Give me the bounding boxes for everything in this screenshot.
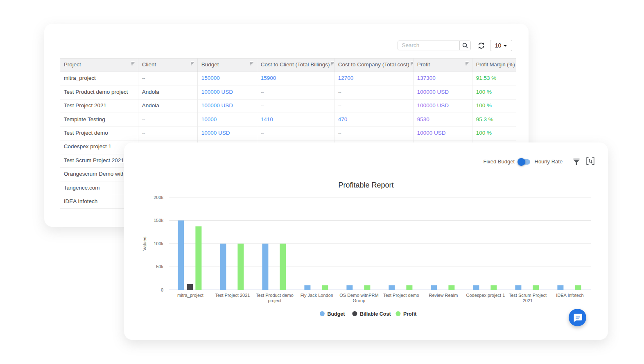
svg-text:Profitable Report: Profitable Report (338, 181, 393, 189)
svg-text:Test Product demo: Test Product demo (256, 293, 294, 298)
svg-text:150k: 150k (154, 218, 163, 223)
svg-text:project: project (268, 298, 281, 303)
svg-text:Test Project demo: Test Project demo (383, 293, 419, 298)
svg-text:mitra_project: mitra_project (177, 293, 203, 298)
svg-text:Test Project 2021: Test Project 2021 (215, 293, 250, 298)
svg-text:IDEA Infotech: IDEA Infotech (556, 293, 583, 298)
svg-text:Budget: Budget (327, 311, 345, 317)
svg-text:0: 0 (160, 287, 163, 292)
svg-text:100k: 100k (154, 241, 163, 246)
svg-text:Group: Group (353, 298, 365, 303)
svg-text:Codespex project 1: Codespex project 1 (466, 293, 505, 298)
svg-text:200k: 200k (154, 195, 163, 200)
svg-text:Fly Jack London: Fly Jack London (300, 293, 333, 298)
svg-text:Review Realm: Review Realm (429, 293, 458, 298)
svg-text:Profit: Profit (403, 311, 416, 317)
svg-text:OS Demo witnPRM: OS Demo witnPRM (339, 293, 378, 298)
svg-text:Values: Values (142, 237, 147, 251)
svg-text:Test Scrum Project: Test Scrum Project (508, 293, 546, 298)
svg-text:50k: 50k (156, 264, 163, 269)
svg-text:Billable Cost: Billable Cost (359, 311, 391, 317)
svg-text:2021: 2021 (522, 298, 532, 303)
